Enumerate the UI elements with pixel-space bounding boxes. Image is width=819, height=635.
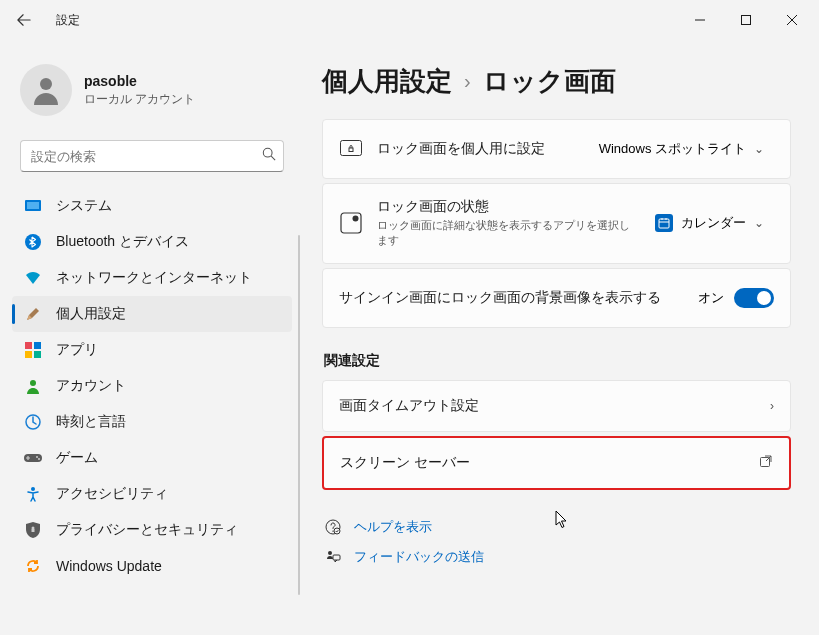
- avatar: [20, 64, 72, 116]
- window-controls: [677, 4, 815, 36]
- sidebar-item-time-language[interactable]: 時刻と言語: [12, 404, 292, 440]
- update-icon: [24, 557, 42, 575]
- minimize-icon: [695, 15, 705, 25]
- feedback-icon: [324, 548, 342, 566]
- breadcrumb-parent[interactable]: 個人用設定: [322, 64, 452, 99]
- content-area: 個人用設定 › ロック画面 ロック画面を個人用に設定 Windows スポットラ…: [300, 40, 819, 635]
- sidebar-item-network[interactable]: ネットワークとインターネット: [12, 260, 292, 296]
- breadcrumb: 個人用設定 › ロック画面: [322, 64, 791, 99]
- search-icon: [262, 147, 276, 165]
- search-box: [20, 140, 284, 172]
- chevron-right-icon: ›: [770, 399, 774, 413]
- sidebar-item-personalization[interactable]: 個人用設定: [12, 296, 292, 332]
- personalize-dropdown[interactable]: Windows スポットライト ⌄: [589, 134, 774, 164]
- status-app-dropdown[interactable]: カレンダー ⌄: [645, 208, 774, 238]
- apps-icon: [24, 341, 42, 359]
- sidebar-item-label: ネットワークとインターネット: [56, 269, 252, 287]
- give-feedback-link[interactable]: フィードバックの送信: [322, 542, 791, 572]
- help-icon: [324, 518, 342, 536]
- sidebar-item-label: Windows Update: [56, 558, 162, 574]
- help-link-label: ヘルプを表示: [354, 518, 432, 536]
- svg-rect-9: [34, 351, 41, 358]
- svg-rect-27: [333, 555, 340, 560]
- svg-rect-6: [25, 342, 32, 349]
- toggle-label: オン: [698, 289, 724, 307]
- dropdown-value: カレンダー: [681, 214, 746, 232]
- arrow-left-icon: [17, 13, 31, 27]
- svg-point-21: [353, 216, 359, 222]
- svg-rect-0: [742, 16, 751, 25]
- app-title: 設定: [56, 12, 80, 29]
- sidebar-item-system[interactable]: システム: [12, 188, 292, 224]
- user-profile[interactable]: pasoble ローカル アカウント: [4, 48, 300, 140]
- sidebar-item-label: ゲーム: [56, 449, 98, 467]
- setting-title: スクリーン セーバー: [340, 454, 759, 472]
- sidebar-item-gaming[interactable]: ゲーム: [12, 440, 292, 476]
- get-help-link[interactable]: ヘルプを表示: [322, 512, 791, 542]
- svg-point-14: [38, 458, 40, 460]
- sidebar-item-label: プライバシーとセキュリティ: [56, 521, 238, 539]
- sidebar: pasoble ローカル アカウント システム Bluetooth とデバイス …: [0, 40, 300, 635]
- svg-point-1: [40, 78, 52, 90]
- dropdown-value: Windows スポットライト: [599, 140, 746, 158]
- close-button[interactable]: [769, 4, 815, 36]
- person-icon: [28, 72, 64, 108]
- game-icon: [24, 449, 42, 467]
- svg-point-5: [25, 234, 41, 250]
- sidebar-item-account[interactable]: アカウント: [12, 368, 292, 404]
- sidebar-item-privacy[interactable]: プライバシーとセキュリティ: [12, 512, 292, 548]
- calendar-icon: [655, 214, 673, 232]
- svg-rect-4: [27, 202, 39, 209]
- setting-lock-status[interactable]: ロック画面の状態 ロック画面に詳細な状態を表示するアプリを選択します カレンダー…: [322, 183, 791, 264]
- setting-screensaver[interactable]: スクリーン セーバー: [322, 436, 791, 490]
- setting-description: ロック画面に詳細な状態を表示するアプリを選択します: [377, 218, 631, 249]
- sidebar-item-label: アカウント: [56, 377, 126, 395]
- account-icon: [24, 377, 42, 395]
- show-bg-toggle[interactable]: [734, 288, 774, 308]
- setting-screen-timeout[interactable]: 画面タイムアウト設定 ›: [322, 380, 791, 432]
- clock-globe-icon: [24, 413, 42, 431]
- accessibility-icon: [24, 485, 42, 503]
- user-name: pasoble: [84, 73, 195, 89]
- svg-point-10: [30, 380, 36, 386]
- maximize-button[interactable]: [723, 4, 769, 36]
- brush-icon: [24, 305, 42, 323]
- back-button[interactable]: [4, 0, 44, 40]
- setting-title: ロック画面を個人用に設定: [377, 140, 575, 158]
- sidebar-item-bluetooth[interactable]: Bluetooth とデバイス: [12, 224, 292, 260]
- svg-rect-19: [349, 148, 353, 152]
- sidebar-item-label: システム: [56, 197, 112, 215]
- svg-rect-20: [341, 213, 361, 233]
- page-title: ロック画面: [483, 64, 616, 99]
- user-account-type: ローカル アカウント: [84, 91, 195, 108]
- sidebar-item-label: Bluetooth とデバイス: [56, 233, 189, 251]
- feedback-link-label: フィードバックの送信: [354, 548, 484, 566]
- minimize-button[interactable]: [677, 4, 723, 36]
- sidebar-item-label: アプリ: [56, 341, 98, 359]
- shield-icon: [24, 521, 42, 539]
- sidebar-item-apps[interactable]: アプリ: [12, 332, 292, 368]
- svg-point-13: [36, 456, 38, 458]
- sidebar-item-label: 個人用設定: [56, 305, 126, 323]
- lock-screen-icon: [339, 137, 363, 161]
- close-icon: [787, 15, 797, 25]
- help-links: ヘルプを表示 フィードバックの送信: [322, 512, 791, 572]
- setting-title: 画面タイムアウト設定: [339, 397, 770, 415]
- status-app-icon: [339, 211, 363, 235]
- setting-personalize-lock[interactable]: ロック画面を個人用に設定 Windows スポットライト ⌄: [322, 119, 791, 179]
- setting-title: サインイン画面にロック画面の背景画像を表示する: [339, 289, 684, 307]
- wifi-icon: [24, 269, 42, 287]
- sidebar-item-windows-update[interactable]: Windows Update: [12, 548, 292, 584]
- svg-point-15: [31, 487, 35, 491]
- chevron-down-icon: ⌄: [754, 216, 764, 230]
- sidebar-item-accessibility[interactable]: アクセシビリティ: [12, 476, 292, 512]
- scrollbar[interactable]: [298, 235, 300, 595]
- related-settings-header: 関連設定: [324, 352, 791, 370]
- display-icon: [24, 197, 42, 215]
- svg-point-2: [263, 148, 272, 157]
- chevron-down-icon: ⌄: [754, 142, 764, 156]
- svg-rect-17: [32, 529, 35, 532]
- svg-rect-7: [34, 342, 41, 349]
- search-input[interactable]: [20, 140, 284, 172]
- svg-rect-22: [659, 219, 669, 228]
